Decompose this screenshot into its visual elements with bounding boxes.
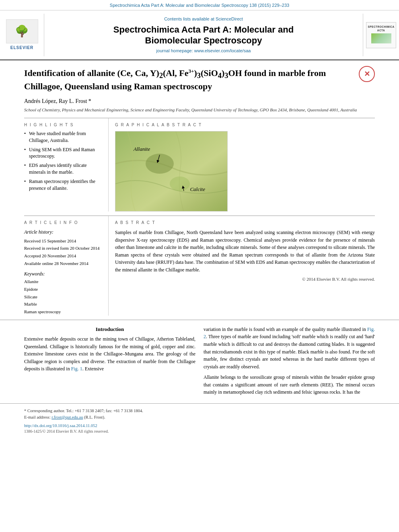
article-info-label: A R T I C L E I N F O bbox=[24, 220, 102, 226]
author-names: Andrés López, Ray L. Frost * bbox=[24, 98, 91, 104]
highlights-column: H I G H L I G H T S We have studied marb… bbox=[24, 118, 109, 212]
science-direct-link-text[interactable]: ScienceDirect bbox=[216, 16, 243, 21]
elsevier-logo-image: 🌳 bbox=[6, 19, 38, 43]
journal-link[interactable]: Spectrochimica Acta Part A: Molecular an… bbox=[110, 3, 289, 8]
received-date: Received 15 September 2014 Received in r… bbox=[24, 237, 102, 267]
rights-line: 1386-1425/© 2014 Elsevier B.V. All right… bbox=[24, 429, 375, 434]
highlights-label: H I G H L I G H T S bbox=[24, 122, 102, 128]
journal-title-block: Contents lists available at ScienceDirec… bbox=[44, 14, 363, 56]
intro-text-right: variation in the marble is found with an… bbox=[204, 326, 375, 371]
contents-label: Contents lists available at bbox=[164, 16, 214, 21]
footnote-email: E-mail address: r.frost@qut.edu.au (R.L.… bbox=[24, 414, 375, 421]
science-direct-line: Contents lists available at ScienceDirec… bbox=[164, 16, 243, 22]
crossmark[interactable]: ✕ bbox=[359, 66, 375, 82]
doi-link[interactable]: http://dx.doi.org/10.1016/j.saa.2014.11.… bbox=[24, 423, 97, 428]
homepage-label: journal homepage: www.elsevier.com/locat… bbox=[156, 48, 251, 53]
spectrochimica-logo: SPECTROCHIMICA ACTA bbox=[363, 14, 399, 56]
article-info-right: A B S T R A C T Samples of marble from C… bbox=[109, 216, 375, 316]
list-item: Using SEM with EDS and Raman spectroscop… bbox=[24, 146, 102, 160]
intro-text-left: Extensive marble deposits occur in the m… bbox=[24, 335, 195, 373]
graphical-abstract-column: G R A P H I C A L A B S T R A C T bbox=[109, 118, 375, 212]
intro-heading: Introduction bbox=[24, 326, 195, 333]
journal-main-title: Spectrochimica Acta Part A: Molecular an… bbox=[113, 24, 294, 46]
email-link[interactable]: r.frost@qut.edu.au bbox=[51, 415, 83, 419]
body-right-column: variation in the marble is found with an… bbox=[204, 326, 375, 399]
journal-title-line1: Spectrochimica Acta Part A: Molecular an… bbox=[113, 25, 294, 35]
elsevier-logo: 🌳 ELSEVIER bbox=[0, 14, 44, 56]
marble-svg bbox=[115, 131, 228, 212]
spec-logo-title: SPECTROCHIMICA ACTA bbox=[368, 25, 395, 32]
date-online: Available online 28 November 2014 bbox=[24, 260, 102, 267]
list-item: Raman spectroscopy identifies the presen… bbox=[24, 178, 102, 192]
footer-section: * Corresponding author. Tel.: +61 7 3138… bbox=[0, 403, 399, 437]
article-section: ✕ Identification of allanite (Ce, Ca, Y)… bbox=[0, 60, 399, 316]
keyword-item: Allanite bbox=[24, 278, 102, 286]
keywords-label: Keywords: bbox=[24, 271, 102, 277]
article-title: Identification of allanite (Ce, Ca, Y)2(… bbox=[24, 68, 375, 92]
authors-line: Andrés López, Ray L. Frost * bbox=[24, 97, 375, 105]
top-banner: 🌳 ELSEVIER Contents lists available at S… bbox=[0, 10, 399, 60]
list-item: EDS analyses identify silicate minerals … bbox=[24, 162, 102, 176]
spec-logo-box: SPECTROCHIMICA ACTA bbox=[366, 22, 396, 48]
keyword-item: Silicate bbox=[24, 293, 102, 301]
graphical-abstract-label: G R A P H I C A L A B S T R A C T bbox=[115, 122, 375, 128]
fig2-ref[interactable]: Fig. 2 bbox=[204, 327, 375, 340]
crossmark-icon[interactable]: ✕ bbox=[359, 66, 375, 82]
allanite-label: Allanite bbox=[134, 146, 150, 153]
list-item: We have studied marble from Chillagoe, A… bbox=[24, 130, 102, 144]
copyright-line: © 2014 Elsevier B.V. All rights reserved… bbox=[115, 276, 375, 282]
highlights-abstract-section: H I G H L I G H T S We have studied marb… bbox=[24, 118, 375, 212]
abstract-label: A B S T R A C T bbox=[115, 220, 375, 226]
keywords-list: Allanite Epidote Silicate Marble Raman s… bbox=[24, 278, 102, 315]
keyword-item: Marble bbox=[24, 300, 102, 308]
elsevier-tree-icon: 🌳 bbox=[15, 26, 29, 37]
abstract-text: Samples of marble from Chillagoe, North … bbox=[115, 229, 375, 274]
elsevier-text-label: ELSEVIER bbox=[10, 45, 33, 51]
keyword-item: Epidote bbox=[24, 286, 102, 293]
svg-point-2 bbox=[170, 177, 190, 191]
article-info-section: A R T I C L E I N F O Article history: R… bbox=[24, 216, 375, 316]
date-accepted: Accepted 20 November 2014 bbox=[24, 252, 102, 260]
doi-line[interactable]: http://dx.doi.org/10.1016/j.saa.2014.11.… bbox=[24, 423, 375, 429]
body-left-column: Introduction Extensive marble deposits o… bbox=[24, 326, 195, 399]
date-received: Received 15 September 2014 bbox=[24, 237, 102, 245]
journal-header-link[interactable]: Spectrochimica Acta Part A: Molecular an… bbox=[0, 0, 399, 10]
keyword-item: Raman spectroscopy bbox=[24, 308, 102, 316]
these-word: these bbox=[277, 244, 287, 250]
history-label: Article history: bbox=[24, 229, 102, 236]
date-revised: Received in revised form 20 October 2014 bbox=[24, 244, 102, 252]
journal-homepage: journal homepage: www.elsevier.com/locat… bbox=[156, 48, 251, 54]
affiliation: School of Chemistry, Physics and Mechani… bbox=[24, 107, 375, 113]
calcite-label: Calcite bbox=[190, 186, 205, 193]
article-info-left: A R T I C L E I N F O Article history: R… bbox=[24, 216, 109, 316]
svg-point-1 bbox=[146, 154, 174, 174]
journal-title-line2: Biomolecular Spectroscopy bbox=[145, 35, 262, 45]
footnote-asterisk: * Corresponding author. Tel.: +61 7 3138… bbox=[24, 408, 375, 414]
highlights-list: We have studied marble from Chillagoe, A… bbox=[24, 130, 102, 191]
intro-text-right2: Allanite belongs to the sorosilicate gro… bbox=[204, 374, 375, 396]
graphical-abstract-image: Allanite Calcite bbox=[115, 131, 228, 212]
main-body: Introduction Extensive marble deposits o… bbox=[0, 320, 399, 399]
fig1-ref[interactable]: Fig. 1 bbox=[71, 366, 82, 372]
spec-logo-graphic bbox=[371, 33, 391, 43]
